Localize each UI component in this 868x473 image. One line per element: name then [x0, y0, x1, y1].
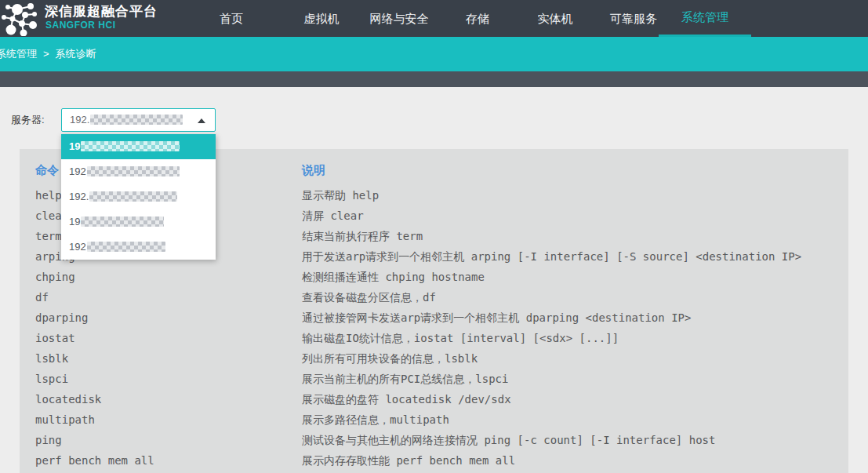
app-subtitle: SANGFOR HCI: [45, 20, 116, 31]
content-area: 服务器: 192. 19192192.19192 命令 说明 help显示帮助 …: [0, 87, 868, 473]
description-cell: 展示当前主机的所有PCI总线信息，lspci: [302, 369, 848, 389]
command-row: df查看设备磁盘分区信息，df: [35, 287, 848, 307]
command-cell: perf bench mem all: [35, 450, 302, 471]
description-cell: 列出所有可用块设备的信息，lsblk: [302, 348, 848, 369]
command-cell: lspci: [35, 369, 302, 389]
command-cell: ping: [35, 430, 302, 450]
top-navbar: 深信服超融合平台 SANGFOR HCI 首页虚拟机网络与安全存储实体机可靠服务…: [0, 0, 868, 37]
description-cell: 展示多路径信息，multipath: [302, 409, 848, 430]
command-row: dparping通过被接管网卡发送arp请求到一个相邻主机 dparping <…: [35, 307, 848, 328]
description-cell: 查看设备磁盘分区信息，df: [302, 287, 848, 307]
server-option-3[interactable]: 192.: [61, 184, 216, 209]
command-cell: lsblk: [35, 348, 302, 369]
command-cell: iostat: [35, 328, 302, 348]
nav-item-home[interactable]: 首页: [218, 0, 245, 37]
nav-item-storage[interactable]: 存储: [464, 0, 491, 37]
masked-ip: [90, 115, 183, 125]
description-cell: 通过被接管网卡发送arp请求到一个相邻主机 dparping <destinat…: [302, 307, 848, 328]
command-row: iostat输出磁盘IO统计信息，iostat [interval] [<sdx…: [35, 328, 848, 348]
nav-item-physical-host[interactable]: 实体机: [536, 0, 574, 37]
masked-ip: [81, 141, 180, 151]
nav-item-network-security[interactable]: 网络与安全: [369, 0, 430, 37]
masked-ip: [89, 191, 177, 202]
command-row: chping检测组播连通性 chping hostname: [35, 267, 848, 287]
command-row: lspci展示当前主机的所有PCI总线信息，lspci: [35, 369, 848, 389]
description-cell: 结束当前执行程序 term: [302, 226, 848, 246]
command-cell: locatedisk: [35, 389, 302, 409]
description-cell: 测试设备与其他主机的网络连接情况 ping [-c count] [-I int…: [302, 430, 848, 450]
command-cell: dparping: [35, 307, 302, 328]
caret-up-icon: [198, 118, 205, 123]
description-column-header: 说明: [302, 160, 848, 180]
sub-toolbar-strip: [0, 71, 868, 87]
server-dropdown: 19192192.19192: [61, 134, 216, 260]
server-option-4[interactable]: 19: [61, 209, 216, 235]
breadcrumb-current: 系统诊断: [56, 48, 96, 60]
description-cell: 清屏 clear: [302, 206, 848, 226]
nav-item-vm[interactable]: 虚拟机: [303, 0, 340, 37]
server-option-2[interactable]: 192: [61, 159, 216, 184]
server-option-5[interactable]: 192: [61, 235, 216, 260]
command-row: ping测试设备与其他主机的网络连接情况 ping [-c count] [-I…: [35, 430, 848, 450]
server-select-label: 服务器:: [11, 108, 45, 132]
command-row: multipath展示多路径信息，multipath: [35, 409, 848, 430]
command-row: lsblk列出所有可用块设备的信息，lsblk: [35, 348, 848, 369]
description-cell: 检测组播连通性 chping hostname: [302, 267, 848, 287]
breadcrumb-bar: 系统管理>系统诊断: [0, 37, 868, 71]
masked-ip: [87, 242, 165, 252]
command-cell: chping: [35, 267, 302, 287]
description-cell: 输出磁盘IO统计信息，iostat [interval] [<sdx> [...…: [302, 328, 848, 348]
nav-item-reliable-service[interactable]: 可靠服务: [608, 0, 659, 37]
description-cell: 展示内存存取性能 perf bench mem all: [302, 450, 848, 471]
command-cell: df: [35, 287, 302, 307]
description-cell: 显示帮助 help: [302, 185, 848, 206]
masked-ip: [87, 166, 180, 176]
masked-ip: [81, 216, 164, 227]
breadcrumb: 系统管理>系统诊断: [0, 37, 96, 71]
molecule-cluster-icon: [2, 2, 38, 36]
command-cell: multipath: [35, 409, 302, 430]
description-cell: 展示磁盘的盘符 locatedisk /dev/sdx: [302, 389, 848, 409]
command-row: perf bench mem all展示内存存取性能 perf bench me…: [35, 450, 848, 471]
description-cell: 用于发送arp请求到一个相邻主机 arping [-I interface] […: [302, 246, 848, 267]
app-title: 深信服超融合平台: [45, 2, 158, 20]
server-select-value: 192.: [70, 109, 183, 131]
command-row: locatedisk展示磁盘的盘符 locatedisk /dev/sdx: [35, 389, 848, 409]
server-option-1[interactable]: 19: [61, 134, 216, 159]
nav-item-system-mgmt[interactable]: 系统管理: [659, 0, 751, 37]
server-select[interactable]: 192.: [61, 108, 216, 132]
breadcrumb-separator: >: [43, 48, 49, 60]
breadcrumb-parent[interactable]: 系统管理: [0, 48, 37, 60]
